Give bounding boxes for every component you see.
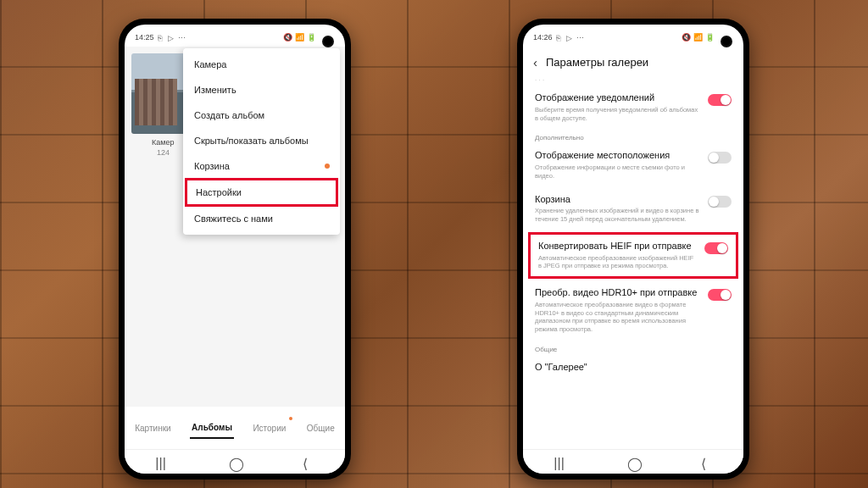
setting-title: Конвертировать HEIF при отправке [538, 241, 698, 252]
phone-mockup-right: 14:26 ⎘ ▷ ⋯ 🔇 📶 🔋 ‹ Параметры галереи · … [517, 19, 749, 480]
mute-icon: 🔇 [682, 33, 691, 42]
bottom-tabs: Картинки Альбомы Истории Общие [125, 407, 345, 449]
play-icon: ▷ [566, 34, 573, 41]
back-icon[interactable]: ⟨ [303, 456, 314, 468]
status-time: 14:26 [533, 33, 553, 42]
section-label-additional: Дополнительно [525, 129, 742, 143]
menu-item-trash[interactable]: Корзина [183, 153, 340, 179]
more-icon: ⋯ [178, 34, 185, 41]
new-dot-icon [289, 417, 292, 420]
setting-desc: Отображение информации о месте съемки фо… [535, 164, 701, 180]
menu-item-edit[interactable]: Изменить [183, 77, 340, 103]
setting-title: О "Галерее" [535, 362, 732, 374]
signal-icon: 📶 [693, 33, 703, 42]
tab-pictures[interactable]: Картинки [133, 419, 172, 438]
screenshot-icon: ⎘ [158, 34, 164, 41]
setting-about-gallery[interactable]: О "Галерее" [525, 355, 742, 382]
recents-icon[interactable]: ||| [554, 456, 565, 468]
setting-convert-heif[interactable]: Конвертировать HEIF при отправке Автомат… [528, 232, 738, 279]
recents-icon[interactable]: ||| [155, 456, 167, 468]
status-bar: 14:25 ⎘ ▷ ⋯ 🔇 📶 🔋 [125, 25, 345, 47]
setting-desc: Автоматическое преобразование изображени… [538, 254, 698, 271]
home-icon[interactable]: ◯ [229, 456, 241, 468]
signal-icon: 📶 [295, 33, 304, 42]
setting-title: Преобр. видео HDR10+ при отправке [535, 287, 701, 299]
setting-desc: Выберите время получения уведомлений об … [535, 106, 701, 123]
truncated-item: · · · [525, 75, 742, 86]
overflow-menu: Камера Изменить Создать альбом Скрыть/по… [183, 48, 340, 235]
front-camera-hole [322, 36, 334, 47]
back-icon[interactable]: ⟨ [701, 456, 713, 468]
menu-item-label: Корзина [194, 161, 230, 171]
battery-icon: 🔋 [705, 33, 715, 42]
android-nav-bar: ||| ◯ ⟨ [125, 449, 345, 474]
settings-header: ‹ Параметры галереи [523, 47, 743, 75]
page-title: Параметры галереи [546, 56, 648, 69]
menu-item-camera[interactable]: Камера [183, 52, 340, 77]
more-icon: ⋯ [576, 34, 583, 41]
toggle-trash[interactable] [708, 196, 732, 208]
tab-label: Истории [253, 424, 286, 433]
tab-stories[interactable]: Истории [251, 419, 287, 438]
setting-hdr10[interactable]: Преобр. видео HDR10+ при отправке Автома… [525, 280, 742, 341]
toggle-notifications[interactable] [708, 94, 732, 106]
android-nav-bar: ||| ◯ ⟨ [523, 449, 743, 474]
back-arrow-icon[interactable]: ‹ [533, 55, 537, 69]
toggle-location[interactable] [708, 152, 732, 164]
setting-trash[interactable]: Корзина Хранение удаленных изображений и… [525, 187, 742, 230]
status-bar: 14:26 ⎘ ▷ ⋯ 🔇 📶 🔋 [523, 25, 743, 47]
setting-title: Корзина [535, 194, 701, 206]
tab-shared[interactable]: Общие [305, 419, 337, 438]
album-count: 124 [157, 148, 170, 157]
toggle-hdr10[interactable] [708, 289, 732, 301]
phone-mockup-left: 14:25 ⎘ ▷ ⋯ 🔇 📶 🔋 Камер 124 Камера Измен… [119, 19, 351, 480]
setting-location[interactable]: Отображение местоположения Отображение и… [525, 143, 742, 186]
menu-item-settings[interactable]: Настройки [185, 178, 338, 207]
battery-icon: 🔋 [307, 33, 316, 42]
new-badge-icon [325, 164, 330, 169]
mute-icon: 🔇 [283, 33, 292, 42]
play-icon: ▷ [168, 34, 175, 41]
status-time: 14:25 [135, 33, 154, 42]
tab-albums[interactable]: Альбомы [190, 418, 234, 439]
setting-desc: Хранение удаленных изображений и видео в… [535, 207, 701, 224]
setting-notifications[interactable]: Отображение уведомлений Выберите время п… [525, 86, 742, 129]
menu-item-hide-albums[interactable]: Скрыть/показать альбомы [183, 128, 340, 153]
toggle-convert-heif[interactable] [704, 242, 728, 254]
menu-item-contact-us[interactable]: Свяжитесь с нами [183, 206, 340, 231]
album-label: Камер [152, 138, 174, 148]
section-label-general: Общие [525, 341, 742, 355]
home-icon[interactable]: ◯ [627, 456, 639, 468]
setting-title: Отображение местоположения [535, 150, 701, 162]
setting-title: Отображение уведомлений [535, 92, 701, 104]
screenshot-icon: ⎘ [556, 34, 563, 41]
menu-item-create-album[interactable]: Создать альбом [183, 103, 340, 128]
setting-desc: Автоматическое преобразование видео в фо… [535, 301, 701, 334]
front-camera-hole [721, 36, 732, 47]
gallery-albums-grid: Камер 124 Камера Изменить Создать альбом… [125, 47, 345, 449]
settings-list[interactable]: · · · Отображение уведомлений Выберите в… [523, 75, 743, 449]
